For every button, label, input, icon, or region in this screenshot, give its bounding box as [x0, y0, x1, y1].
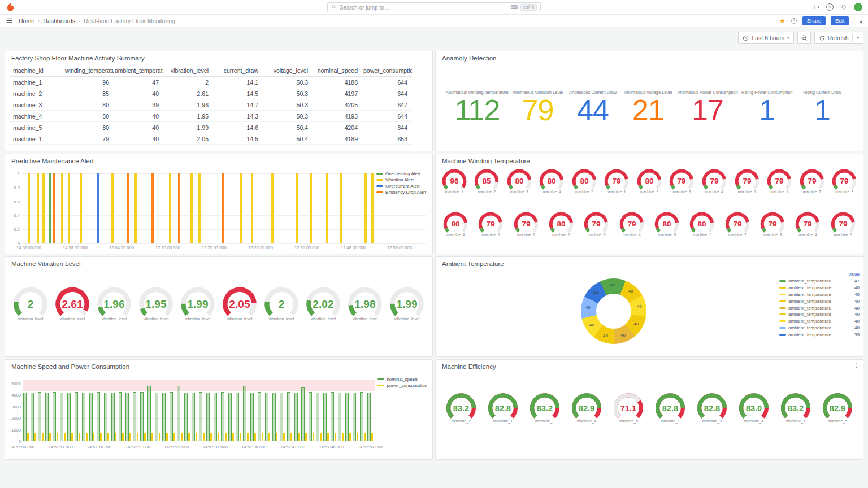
column-header[interactable]: vibration_level: [163, 65, 213, 77]
legend-swatch: [376, 185, 383, 187]
speed-bar: [162, 393, 166, 441]
panel-title[interactable]: Anamoly Detection: [436, 51, 863, 65]
zoom-out-button[interactable]: [797, 32, 811, 44]
search-icon: [331, 4, 337, 11]
gauge-label: machine_5: [834, 233, 852, 237]
time-range-picker[interactable]: Last 6 hours ▾: [738, 32, 793, 44]
power-bar: [115, 433, 116, 441]
grafana-logo-icon[interactable]: [6, 2, 16, 12]
axis-tick: 12:04:00.000: [109, 245, 134, 250]
svg-text:1.99: 1.99: [187, 298, 208, 310]
panel-title[interactable]: Machine Efficiency: [436, 360, 863, 373]
legend-item[interactable]: Overheating Alert: [376, 171, 426, 176]
gauge: 80machine_2: [548, 211, 574, 237]
power-bar: [27, 433, 29, 441]
legend-value: 39: [854, 332, 860, 337]
panel-activity-summary: Factory Shop Floor Machine Activity Summ…: [5, 51, 433, 151]
table-cell: 47: [114, 77, 163, 88]
gauge: 79machine_1: [766, 168, 792, 194]
axis-tick: 0.4: [14, 213, 20, 218]
legend-item[interactable]: ambient_temperature40: [779, 304, 860, 311]
legend-value: 47: [854, 278, 860, 284]
search-box[interactable]: ⌨ ctrl+k: [327, 2, 541, 12]
svg-text:80: 80: [548, 177, 557, 185]
breadcrumb-dashboards[interactable]: Dashboards: [43, 18, 75, 24]
slice-label: 39: [591, 290, 600, 295]
column-header[interactable]: winding_temperatur: [64, 65, 114, 77]
legend-item[interactable]: Overcurrent Alert: [376, 184, 426, 189]
svg-text:83.2: 83.2: [537, 404, 553, 413]
column-header[interactable]: nominal_speed: [313, 65, 362, 77]
legend-item[interactable]: power_consumption: [377, 383, 427, 388]
legend-item[interactable]: ambient_temperature40: [779, 291, 860, 298]
table-cell: 4204: [313, 122, 362, 133]
table-body: machine_19647214.150.34188644machine_285…: [10, 77, 412, 145]
legend-value-header[interactable]: Value: [779, 272, 860, 277]
legend-item[interactable]: ambient_temperature40: [779, 298, 860, 304]
gauge: 80machine_5: [654, 211, 680, 237]
legend-swatch: [376, 179, 383, 181]
table-cell: 50.3: [263, 111, 313, 122]
speed-bar: [67, 393, 71, 441]
legend-item[interactable]: ambient_temperature40: [779, 285, 860, 291]
gauge: 83.2machine_2: [445, 391, 477, 423]
svg-text:82.8: 82.8: [662, 404, 678, 413]
column-header[interactable]: voltage_level: [263, 65, 313, 77]
legend-item[interactable]: nominal_speed: [377, 377, 427, 382]
user-avatar[interactable]: [854, 3, 862, 11]
breadcrumb-home[interactable]: Home: [19, 18, 34, 24]
legend-item[interactable]: ambient_temperature40: [779, 325, 860, 332]
bell-icon[interactable]: [840, 4, 847, 11]
speed-bar: [331, 392, 334, 441]
panel-speed-power: Machine Speed and Power Consumption 5000…: [5, 359, 433, 460]
panel-title[interactable]: Ambient Temperature: [436, 257, 863, 271]
help-icon[interactable]: ?: [826, 3, 834, 11]
edit-button[interactable]: Edit: [831, 16, 849, 25]
clock-circle-icon[interactable]: [791, 18, 797, 24]
alert-bar: [68, 173, 70, 243]
collapse-chevron-icon[interactable]: ▴: [860, 18, 862, 24]
gauge-label: machine_4: [799, 233, 817, 237]
svg-text:1.99: 1.99: [396, 298, 417, 310]
axis-tick: 12:48:00.000: [341, 245, 366, 250]
table-cell: 14.1: [213, 77, 263, 88]
alert-bar: [190, 173, 193, 243]
table-cell: 644: [362, 111, 412, 122]
column-header[interactable]: current_draw: [213, 65, 263, 77]
panel-title[interactable]: Machine Vibration Level: [5, 257, 432, 271]
chart-legend: nominal_speedpower_consumption: [376, 376, 429, 389]
add-icon[interactable]: +▾: [813, 3, 819, 11]
legend-label: ambient_temperature: [788, 299, 852, 304]
alert-bar: [310, 173, 312, 243]
speed-bar: [177, 386, 180, 441]
gauge-label: machine_3: [673, 190, 691, 194]
power-bar: [49, 433, 51, 441]
svg-text:79: 79: [522, 220, 531, 228]
legend-item[interactable]: ambient_temperature40: [779, 311, 860, 318]
column-header[interactable]: ambient_temperatur: [114, 65, 163, 77]
refresh-button[interactable]: Refresh ▾: [814, 32, 863, 44]
svg-text:2: 2: [28, 298, 34, 310]
speed-bar: [360, 392, 363, 441]
panel-menu-icon[interactable]: ⋮: [853, 361, 860, 369]
share-button[interactable]: Share: [802, 16, 826, 25]
column-header[interactable]: machine_id: [10, 65, 64, 77]
legend-item[interactable]: Vibration Alert: [376, 177, 426, 182]
favorite-star-icon[interactable]: ★: [779, 18, 785, 24]
legend-item[interactable]: Efficiency Drop Alert: [376, 190, 426, 195]
column-header[interactable]: power_consumptior: [362, 65, 412, 77]
panel-title[interactable]: Machine Speed and Power Consumption: [5, 360, 432, 373]
legend-item[interactable]: ambient_temperature39: [779, 331, 860, 338]
search-input[interactable]: [340, 5, 507, 11]
legend-item[interactable]: ambient_temperature47: [779, 278, 860, 285]
panel-title[interactable]: Predictive Maintenance Alert: [5, 154, 432, 168]
power-bar: [181, 433, 183, 441]
menu-toggle-icon[interactable]: [6, 17, 13, 24]
slice-label: 40: [619, 333, 628, 338]
gauge-label: vibration_level: [60, 317, 85, 321]
legend-item[interactable]: ambient_temperature40: [779, 318, 860, 325]
panel-title[interactable]: Factory Shop Floor Machine Activity Summ…: [5, 51, 432, 65]
panel-title[interactable]: Machine Winding Temperature: [436, 154, 863, 168]
keyboard-icon: ⌨: [510, 5, 518, 10]
power-bar: [218, 433, 219, 441]
